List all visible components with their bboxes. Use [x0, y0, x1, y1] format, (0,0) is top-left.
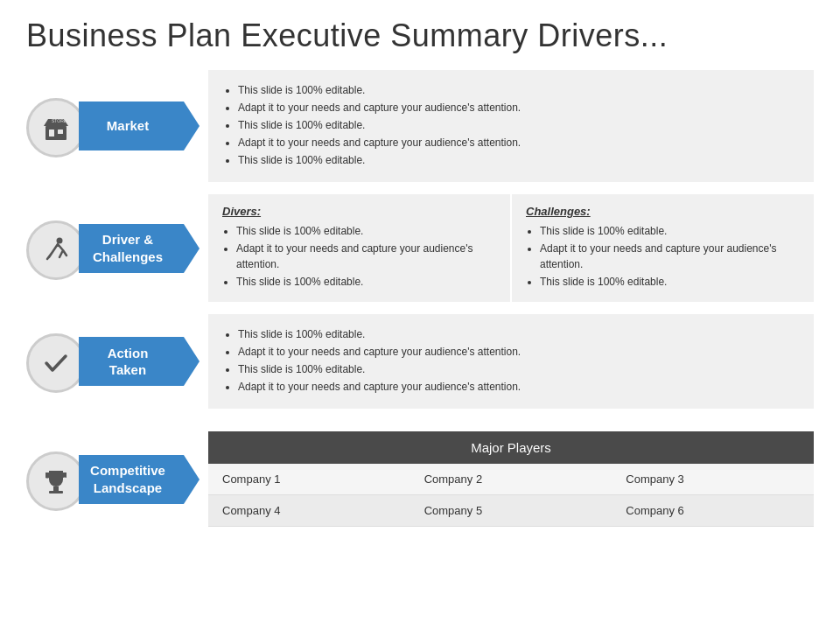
drivers-bullet-3: This slide is 100% editable. [236, 274, 496, 290]
challenges-title: Challenges: [526, 205, 800, 218]
table-cell-1-3: Company 3 [612, 464, 814, 494]
action-taken-section: Action Taken This slide is 100% editable… [26, 314, 814, 409]
runner-icon [40, 234, 72, 266]
drivers-bullets: This slide is 100% editable. Adapt it to… [222, 223, 496, 290]
table-cell-2-2: Company 5 [410, 495, 612, 526]
market-label-group: STORE Market [26, 70, 184, 182]
svg-rect-0 [46, 126, 66, 140]
store-icon: STORE [40, 112, 72, 144]
competitive-label-text: Competitive Landscape [90, 462, 165, 496]
svg-rect-2 [58, 130, 63, 134]
market-bullets: This slide is 100% editable. Adapt it to… [224, 82, 521, 170]
market-label-text: Market [107, 117, 149, 135]
competitive-table: Major Players Company 1 Company 2 Compan… [208, 431, 814, 527]
svg-rect-5 [53, 486, 59, 491]
driver-icon-circle [26, 220, 86, 280]
action-icon-circle [26, 333, 86, 393]
table-row-1: Company 1 Company 2 Company 3 [208, 464, 814, 495]
action-label-group: Action Taken [26, 314, 184, 409]
trophy-icon [40, 466, 72, 497]
challenges-bullet-2: Adapt it to your needs and capture your … [540, 241, 800, 272]
svg-rect-6 [49, 491, 63, 494]
drivers-bullet-2: Adapt it to your needs and capture your … [236, 241, 496, 272]
driver-label-group: Driver & Challenges [26, 194, 184, 302]
svg-text:STORE: STORE [52, 118, 67, 123]
market-arrow-label: Market [79, 102, 184, 150]
table-cell-1-2: Company 2 [410, 464, 612, 494]
table-header: Major Players [208, 431, 814, 464]
table-cell-2-1: Company 4 [208, 495, 410, 526]
driver-challenges-section: Driver & Challenges Divers: This slide i… [26, 194, 814, 302]
market-bullet-4: Adapt it to your needs and capture your … [238, 135, 521, 150]
driver-label-text: Driver & Challenges [93, 231, 163, 265]
challenges-bullets: This slide is 100% editable. Adapt it to… [526, 223, 800, 290]
svg-point-4 [57, 237, 63, 243]
table-row-2: Company 4 Company 5 Company 6 [208, 495, 814, 527]
challenges-bullet-1: This slide is 100% editable. [540, 223, 800, 239]
action-bullet-2: Adapt it to your needs and capture your … [238, 344, 521, 360]
action-label-text: Action Taken [108, 345, 149, 379]
driver-split-content: Divers: This slide is 100% editable. Ada… [208, 194, 814, 302]
market-bullet-2: Adapt it to your needs and capture your … [238, 100, 521, 116]
market-bullet-3: This slide is 100% editable. [238, 117, 521, 133]
market-section: STORE Market This slide is 100% editable… [26, 70, 814, 182]
market-icon-circle: STORE [26, 98, 86, 158]
table-cell-2-3: Company 6 [612, 495, 814, 526]
market-bullet-1: This slide is 100% editable. [238, 82, 521, 98]
market-bullet-5: This slide is 100% editable. [238, 152, 521, 168]
drivers-title: Divers: [222, 205, 496, 218]
action-bullet-4: Adapt it to your needs and capture your … [238, 379, 521, 395]
page-wrapper: Business Plan Executive Summary Drivers.… [0, 0, 840, 630]
challenges-panel: Challenges: This slide is 100% editable.… [512, 194, 814, 302]
page-title: Business Plan Executive Summary Drivers.… [26, 18, 814, 54]
drivers-panel: Divers: This slide is 100% editable. Ada… [208, 194, 510, 302]
competitive-section: Competitive Landscape Major Players Comp… [26, 431, 814, 527]
action-bullets: This slide is 100% editable. Adapt it to… [224, 326, 521, 396]
competitive-icon-circle [26, 452, 86, 511]
driver-arrow-label: Driver & Challenges [79, 224, 184, 273]
action-arrow-label: Action Taken [79, 337, 184, 386]
competitive-arrow-label: Competitive Landscape [79, 455, 184, 504]
market-content: This slide is 100% editable. Adapt it to… [208, 70, 814, 182]
action-bullet-1: This slide is 100% editable. [238, 326, 521, 342]
action-bullet-3: This slide is 100% editable. [238, 361, 521, 377]
challenges-bullet-3: This slide is 100% editable. [540, 274, 800, 290]
check-icon [40, 347, 72, 379]
action-content: This slide is 100% editable. Adapt it to… [208, 314, 814, 409]
competitive-label-group: Competitive Landscape [26, 431, 184, 527]
table-cell-1-1: Company 1 [208, 464, 410, 494]
drivers-bullet-1: This slide is 100% editable. [236, 223, 496, 239]
svg-rect-1 [49, 130, 54, 136]
